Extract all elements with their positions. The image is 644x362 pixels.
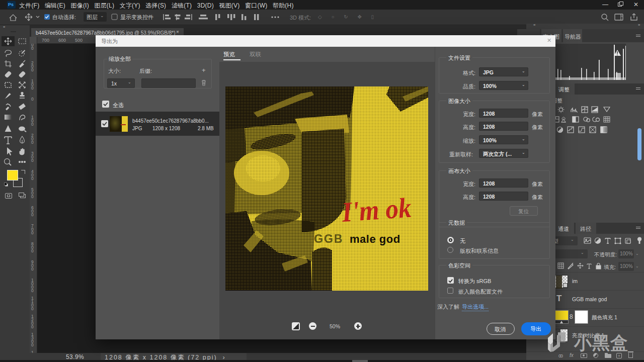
- svg-text:male god: male god: [350, 233, 400, 245]
- svg-text:小黑盒: 小黑盒: [574, 333, 628, 352]
- svg-text:GGB: GGB: [314, 232, 343, 245]
- svg-text:I'm ok: I'm ok: [341, 192, 413, 228]
